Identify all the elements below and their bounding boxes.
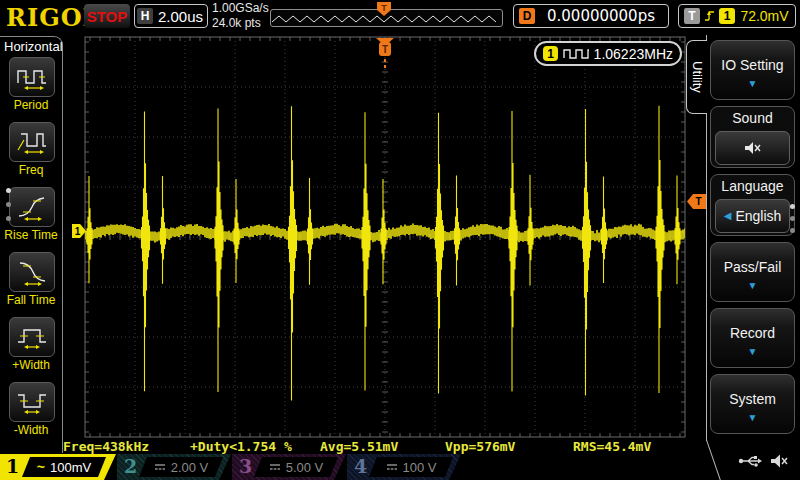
io-setting-button[interactable]: IO Setting ▼ <box>710 40 795 100</box>
neg-width-button[interactable] <box>9 382 55 422</box>
dc-coupling-icon <box>154 463 166 472</box>
speaker-muted-icon <box>744 141 762 155</box>
freq-button[interactable] <box>9 122 55 162</box>
pos-width-label: +Width <box>0 358 62 372</box>
channel1-number: 1 <box>6 455 19 477</box>
language-select-button[interactable]: ◀ English <box>715 199 790 233</box>
pos-width-button[interactable] <box>9 317 55 357</box>
period-button[interactable] <box>9 57 55 97</box>
utility-menu-tab: Utility <box>686 40 707 114</box>
record-button[interactable]: Record ▼ <box>710 308 795 368</box>
period-label: Period <box>0 98 62 112</box>
left-menu-title: Horizontal <box>4 39 63 54</box>
dc-coupling-icon <box>269 463 281 472</box>
usb-icon <box>738 454 762 468</box>
measurement-duty: +Duty<1.754 % <box>190 439 292 454</box>
chevron-down-icon: ▼ <box>711 347 794 357</box>
channel1-status[interactable]: 1 ~ 100mV <box>0 454 116 480</box>
channel4-scale: 100 V <box>403 460 437 475</box>
chevron-down-icon: ▼ <box>711 281 794 291</box>
measurement-freq: Freq=438kHz <box>63 439 149 454</box>
right-scroll-dot-3 <box>790 228 795 233</box>
dc-coupling-icon <box>386 463 398 472</box>
pass-fail-label: Pass/Fail <box>711 259 794 275</box>
scope-display: T <box>0 0 800 480</box>
language-label: Language <box>711 178 794 194</box>
io-setting-label: IO Setting <box>711 57 794 73</box>
right-scroll-dot-2 <box>790 216 795 221</box>
language-value: English <box>735 208 781 224</box>
freq-label: Freq <box>0 163 62 177</box>
fall-time-icon <box>15 258 49 286</box>
oscilloscope-screen: RIGOL STOP H 2.00us 1.00GSa/s 24.0k pts … <box>0 0 800 480</box>
channel1-scale: 100mV <box>50 460 91 475</box>
channel3-scale: 5.00 V <box>286 460 324 475</box>
rise-time-label: Rise Time <box>0 228 62 242</box>
square-wave-icon <box>563 47 589 60</box>
neg-width-icon <box>15 388 49 416</box>
ch1-trace-spikes <box>87 106 680 401</box>
fall-time-button[interactable] <box>9 252 55 292</box>
measurement-vpp: Vpp=576mV <box>445 439 515 454</box>
rise-time-icon <box>15 193 49 221</box>
channel2-scale: 2.00 V <box>171 460 209 475</box>
frequency-counter-badge: 1 1.06223MHz <box>534 41 682 66</box>
freq-counter-value: 1.06223MHz <box>594 46 673 62</box>
pass-fail-button[interactable]: Pass/Fail ▼ <box>710 242 795 302</box>
neg-width-label: -Width <box>0 423 62 437</box>
sound-label: Sound <box>711 110 794 126</box>
right-scroll-dot-1 <box>790 204 795 209</box>
channel3-status[interactable]: 3 5.00 V <box>232 454 346 480</box>
freq-counter-channel-chip: 1 <box>543 46 558 61</box>
record-label: Record <box>711 325 794 341</box>
sound-mute-button[interactable] <box>715 131 790 165</box>
left-scroll-dot-3 <box>6 216 11 221</box>
period-icon <box>15 63 49 91</box>
channel4-status[interactable]: 4 100 V <box>347 454 461 480</box>
system-label: System <box>711 391 794 407</box>
pos-width-icon <box>15 323 49 351</box>
chevron-down-icon: ▼ <box>711 413 794 423</box>
left-scroll-dot-2 <box>6 202 11 207</box>
chevron-down-icon: ▼ <box>711 79 794 89</box>
sound-section: Sound <box>710 106 795 168</box>
measurement-avg: Avg=5.51mV <box>320 439 398 454</box>
language-section: Language ◀ English <box>710 174 795 236</box>
speaker-muted-icon <box>770 453 789 469</box>
rise-time-button[interactable] <box>9 187 55 227</box>
system-button[interactable]: System ▼ <box>710 374 795 434</box>
fall-time-label: Fall Time <box>0 293 62 307</box>
channel4-number: 4 <box>354 455 367 477</box>
freq-icon <box>15 128 49 156</box>
channel3-number: 3 <box>239 455 252 477</box>
svg-text:T: T <box>382 44 388 55</box>
chevron-left-icon: ◀ <box>724 211 732 221</box>
ac-coupling-icon: ~ <box>37 459 45 475</box>
left-scroll-dot-1 <box>6 188 11 193</box>
trigger-position-marker[interactable]: T <box>376 38 394 68</box>
channel2-status[interactable]: 2 2.00 V <box>117 454 231 480</box>
measurement-rms: RMS=45.4mV <box>573 439 651 454</box>
channel2-number: 2 <box>124 455 137 477</box>
